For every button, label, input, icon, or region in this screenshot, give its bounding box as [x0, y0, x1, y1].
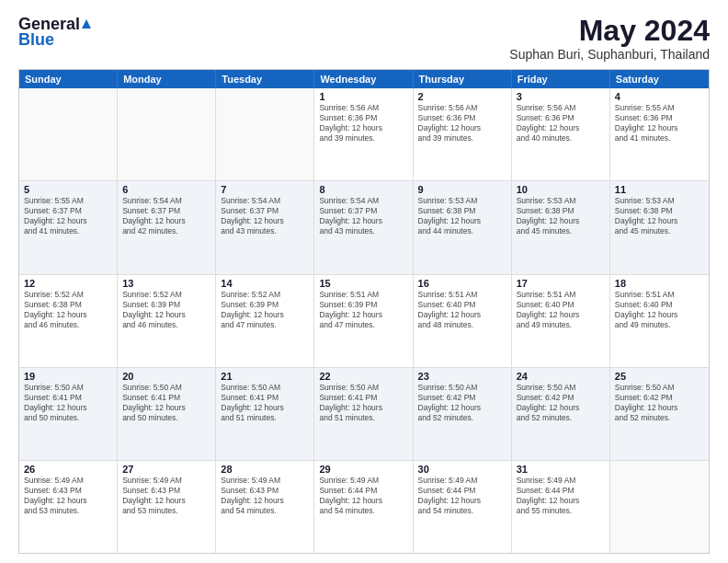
page-subtitle: Suphan Buri, Suphanburi, Thailand [509, 47, 710, 62]
cal-cell-4-5: 23Sunrise: 5:50 AMSunset: 6:42 PMDayligh… [414, 368, 512, 460]
cell-info: Sunrise: 5:55 AMSunset: 6:37 PMDaylight:… [24, 196, 112, 236]
day-number: 17 [517, 278, 605, 289]
cell-info: Sunrise: 5:52 AMSunset: 6:38 PMDaylight:… [24, 290, 112, 330]
page-title: May 2024 [509, 15, 710, 47]
header-saturday: Saturday [610, 70, 709, 88]
cal-cell-1-7: 4Sunrise: 5:55 AMSunset: 6:36 PMDaylight… [610, 88, 709, 180]
cal-cell-1-2 [118, 88, 216, 180]
cell-info: Sunrise: 5:49 AMSunset: 6:43 PMDaylight:… [221, 476, 309, 516]
cell-info: Sunrise: 5:56 AMSunset: 6:36 PMDaylight:… [418, 103, 506, 144]
cal-cell-3-4: 15Sunrise: 5:51 AMSunset: 6:39 PMDayligh… [314, 275, 413, 367]
day-number: 10 [517, 184, 605, 195]
calendar: Sunday Monday Tuesday Wednesday Thursday… [18, 69, 710, 554]
cal-cell-1-4: 1Sunrise: 5:56 AMSunset: 6:36 PMDaylight… [314, 88, 413, 180]
cal-cell-4-1: 19Sunrise: 5:50 AMSunset: 6:41 PMDayligh… [19, 368, 118, 460]
day-number: 16 [418, 278, 506, 289]
cell-info: Sunrise: 5:53 AMSunset: 6:38 PMDaylight:… [517, 196, 605, 236]
cal-cell-5-2: 27Sunrise: 5:49 AMSunset: 6:43 PMDayligh… [118, 461, 216, 553]
cell-info: Sunrise: 5:49 AMSunset: 6:44 PMDaylight:… [418, 476, 506, 516]
cal-cell-5-7 [610, 461, 709, 553]
cal-cell-1-1 [19, 88, 118, 180]
cal-cell-2-3: 7Sunrise: 5:54 AMSunset: 6:37 PMDaylight… [216, 181, 314, 273]
cal-cell-4-4: 22Sunrise: 5:50 AMSunset: 6:41 PMDayligh… [314, 368, 413, 460]
cal-cell-2-5: 9Sunrise: 5:53 AMSunset: 6:38 PMDaylight… [414, 181, 512, 273]
cell-info: Sunrise: 5:53 AMSunset: 6:38 PMDaylight:… [615, 196, 704, 236]
cal-cell-4-3: 21Sunrise: 5:50 AMSunset: 6:41 PMDayligh… [216, 368, 314, 460]
cell-info: Sunrise: 5:52 AMSunset: 6:39 PMDaylight:… [221, 290, 309, 330]
day-number: 22 [319, 371, 407, 382]
day-number: 28 [221, 464, 309, 475]
day-number: 14 [221, 278, 309, 289]
cal-cell-5-1: 26Sunrise: 5:49 AMSunset: 6:43 PMDayligh… [19, 461, 118, 553]
cell-info: Sunrise: 5:52 AMSunset: 6:39 PMDaylight:… [122, 290, 210, 330]
day-number: 19 [24, 371, 112, 382]
page: General Blue May 2024 Suphan Buri, Supha… [0, 0, 728, 563]
cal-cell-4-7: 25Sunrise: 5:50 AMSunset: 6:42 PMDayligh… [610, 368, 709, 460]
cell-info: Sunrise: 5:54 AMSunset: 6:37 PMDaylight:… [122, 196, 210, 236]
header-monday: Monday [118, 70, 216, 88]
day-number: 25 [615, 371, 704, 382]
day-number: 23 [418, 371, 506, 382]
day-number: 15 [319, 278, 407, 289]
day-number: 11 [615, 184, 704, 195]
day-number: 13 [122, 278, 210, 289]
cal-cell-2-7: 11Sunrise: 5:53 AMSunset: 6:38 PMDayligh… [610, 181, 709, 273]
calendar-body: 1Sunrise: 5:56 AMSunset: 6:36 PMDaylight… [19, 88, 709, 553]
day-number: 9 [418, 184, 506, 195]
cal-cell-3-7: 18Sunrise: 5:51 AMSunset: 6:40 PMDayligh… [610, 275, 709, 367]
cal-cell-5-5: 30Sunrise: 5:49 AMSunset: 6:44 PMDayligh… [414, 461, 512, 553]
cell-info: Sunrise: 5:54 AMSunset: 6:37 PMDaylight:… [221, 196, 309, 236]
day-number: 1 [319, 91, 407, 102]
cell-info: Sunrise: 5:50 AMSunset: 6:41 PMDaylight:… [221, 383, 309, 423]
cell-info: Sunrise: 5:49 AMSunset: 6:43 PMDaylight:… [122, 476, 210, 516]
cal-cell-3-1: 12Sunrise: 5:52 AMSunset: 6:38 PMDayligh… [19, 275, 118, 367]
day-number: 20 [122, 371, 210, 382]
header-thursday: Thursday [414, 70, 512, 88]
cell-info: Sunrise: 5:50 AMSunset: 6:41 PMDaylight:… [319, 383, 407, 423]
day-number: 27 [122, 464, 210, 475]
day-number: 2 [418, 91, 506, 102]
cal-cell-4-6: 24Sunrise: 5:50 AMSunset: 6:42 PMDayligh… [512, 368, 610, 460]
cal-cell-2-1: 5Sunrise: 5:55 AMSunset: 6:37 PMDaylight… [19, 181, 118, 273]
calendar-row-5: 26Sunrise: 5:49 AMSunset: 6:43 PMDayligh… [19, 461, 709, 553]
cell-info: Sunrise: 5:51 AMSunset: 6:40 PMDaylight:… [615, 290, 704, 330]
cell-info: Sunrise: 5:50 AMSunset: 6:42 PMDaylight:… [418, 383, 506, 423]
day-number: 26 [24, 464, 112, 475]
cell-info: Sunrise: 5:54 AMSunset: 6:37 PMDaylight:… [319, 196, 407, 236]
cell-info: Sunrise: 5:49 AMSunset: 6:43 PMDaylight:… [24, 476, 112, 516]
cell-info: Sunrise: 5:50 AMSunset: 6:42 PMDaylight:… [615, 383, 704, 423]
day-number: 24 [517, 371, 605, 382]
cell-info: Sunrise: 5:50 AMSunset: 6:42 PMDaylight:… [517, 383, 605, 423]
cell-info: Sunrise: 5:49 AMSunset: 6:44 PMDaylight:… [517, 476, 605, 516]
cell-info: Sunrise: 5:51 AMSunset: 6:40 PMDaylight:… [418, 290, 506, 330]
logo: General Blue [18, 15, 91, 50]
day-number: 8 [319, 184, 407, 195]
cal-cell-1-6: 3Sunrise: 5:56 AMSunset: 6:36 PMDaylight… [512, 88, 610, 180]
cell-info: Sunrise: 5:56 AMSunset: 6:36 PMDaylight:… [517, 103, 605, 144]
day-number: 6 [122, 184, 210, 195]
day-number: 3 [517, 91, 605, 102]
cal-cell-5-3: 28Sunrise: 5:49 AMSunset: 6:43 PMDayligh… [216, 461, 314, 553]
cell-info: Sunrise: 5:51 AMSunset: 6:39 PMDaylight:… [319, 290, 407, 330]
cal-cell-3-2: 13Sunrise: 5:52 AMSunset: 6:39 PMDayligh… [118, 275, 216, 367]
header-friday: Friday [512, 70, 610, 88]
logo-triangle-icon [82, 19, 91, 29]
cell-info: Sunrise: 5:53 AMSunset: 6:38 PMDaylight:… [418, 196, 506, 236]
cell-info: Sunrise: 5:56 AMSunset: 6:36 PMDaylight:… [319, 103, 407, 144]
day-number: 29 [319, 464, 407, 475]
cal-cell-3-5: 16Sunrise: 5:51 AMSunset: 6:40 PMDayligh… [414, 275, 512, 367]
cal-cell-3-6: 17Sunrise: 5:51 AMSunset: 6:40 PMDayligh… [512, 275, 610, 367]
calendar-header: Sunday Monday Tuesday Wednesday Thursday… [19, 70, 709, 88]
day-number: 4 [615, 91, 704, 102]
day-number: 7 [221, 184, 309, 195]
day-number: 5 [24, 184, 112, 195]
day-number: 30 [418, 464, 506, 475]
logo-blue: Blue [18, 30, 54, 50]
cal-cell-2-4: 8Sunrise: 5:54 AMSunset: 6:37 PMDaylight… [314, 181, 413, 273]
cal-cell-3-3: 14Sunrise: 5:52 AMSunset: 6:39 PMDayligh… [216, 275, 314, 367]
day-number: 31 [517, 464, 605, 475]
cell-info: Sunrise: 5:49 AMSunset: 6:44 PMDaylight:… [319, 476, 407, 516]
cal-cell-4-2: 20Sunrise: 5:50 AMSunset: 6:41 PMDayligh… [118, 368, 216, 460]
cal-cell-5-4: 29Sunrise: 5:49 AMSunset: 6:44 PMDayligh… [314, 461, 413, 553]
cell-info: Sunrise: 5:51 AMSunset: 6:40 PMDaylight:… [517, 290, 605, 330]
